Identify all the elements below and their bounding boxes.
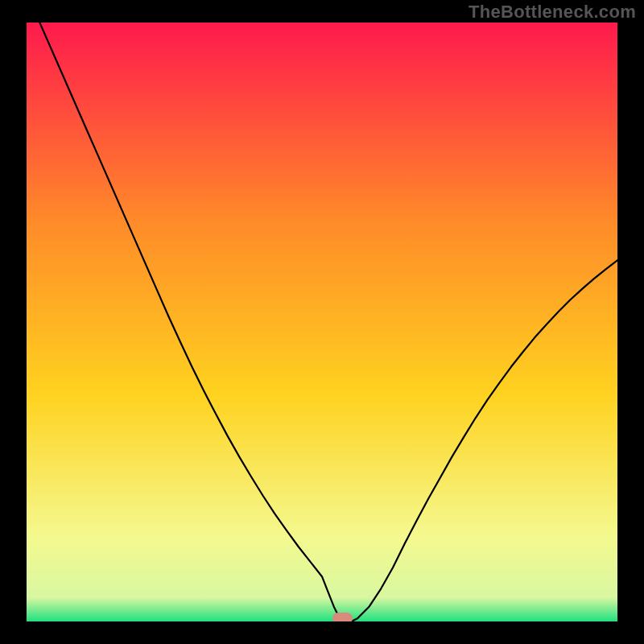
- gradient-background: [27, 23, 617, 621]
- optimal-point-marker: [332, 613, 353, 621]
- chart-svg: [27, 23, 617, 621]
- watermark-label: TheBottleneck.com: [469, 2, 636, 23]
- chart-frame: TheBottleneck.com: [0, 0, 644, 644]
- plot-area: [27, 23, 617, 621]
